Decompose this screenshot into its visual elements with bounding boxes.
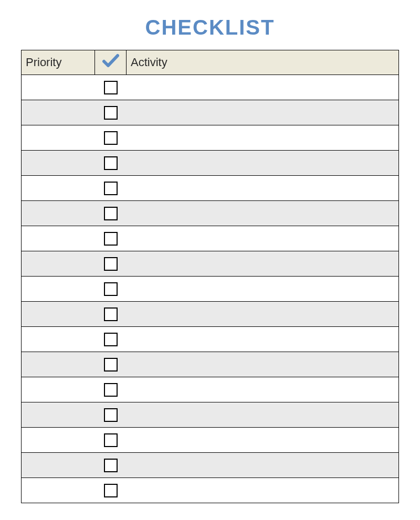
priority-cell[interactable] (22, 352, 95, 377)
table-row (22, 226, 399, 251)
priority-cell[interactable] (22, 251, 95, 277)
priority-cell[interactable] (22, 428, 95, 453)
activity-cell[interactable] (127, 176, 399, 201)
checkbox[interactable] (104, 383, 118, 397)
check-cell (95, 75, 127, 100)
table-row (22, 277, 399, 302)
priority-cell[interactable] (22, 277, 95, 302)
checkbox[interactable] (104, 333, 118, 346)
table-row (22, 327, 399, 352)
table-row (22, 402, 399, 428)
activity-cell[interactable] (127, 75, 399, 100)
table-row (22, 302, 399, 327)
header-check (95, 50, 127, 75)
header-priority: Priority (22, 50, 95, 75)
table-row (22, 151, 399, 176)
activity-cell[interactable] (127, 453, 399, 478)
check-cell (95, 201, 127, 226)
table-row (22, 251, 399, 277)
checklist-table: Priority Activity (21, 50, 399, 503)
activity-cell[interactable] (127, 125, 399, 151)
check-cell (95, 125, 127, 151)
priority-cell[interactable] (22, 478, 95, 503)
activity-cell[interactable] (127, 226, 399, 251)
table-row (22, 201, 399, 226)
checkbox[interactable] (104, 459, 118, 472)
activity-cell[interactable] (127, 151, 399, 176)
activity-cell[interactable] (127, 201, 399, 226)
checkbox[interactable] (104, 106, 118, 120)
check-cell (95, 377, 127, 402)
activity-cell[interactable] (127, 302, 399, 327)
table-row (22, 176, 399, 201)
priority-cell[interactable] (22, 327, 95, 352)
checkbox[interactable] (104, 232, 118, 246)
priority-cell[interactable] (22, 453, 95, 478)
checkbox[interactable] (104, 358, 118, 372)
checkbox[interactable] (104, 433, 118, 447)
check-cell (95, 402, 127, 428)
checkbox[interactable] (104, 282, 118, 296)
check-cell (95, 176, 127, 201)
checkbox[interactable] (104, 307, 118, 321)
checkbox[interactable] (104, 257, 118, 271)
activity-cell[interactable] (127, 327, 399, 352)
check-cell (95, 352, 127, 377)
activity-cell[interactable] (127, 100, 399, 125)
checkbox[interactable] (104, 131, 118, 145)
activity-cell[interactable] (127, 352, 399, 377)
table-row (22, 352, 399, 377)
activity-cell[interactable] (127, 402, 399, 428)
table-row (22, 125, 399, 151)
checkbox[interactable] (104, 182, 118, 195)
priority-cell[interactable] (22, 75, 95, 100)
check-cell (95, 478, 127, 503)
priority-cell[interactable] (22, 125, 95, 151)
check-cell (95, 251, 127, 277)
priority-cell[interactable] (22, 201, 95, 226)
table-header-row: Priority Activity (22, 50, 399, 75)
check-cell (95, 327, 127, 352)
checkbox[interactable] (104, 156, 118, 170)
priority-cell[interactable] (22, 151, 95, 176)
check-cell (95, 428, 127, 453)
priority-cell[interactable] (22, 226, 95, 251)
activity-cell[interactable] (127, 251, 399, 277)
checkbox[interactable] (104, 408, 118, 422)
table-row (22, 377, 399, 402)
checkbox[interactable] (104, 484, 118, 497)
checkbox[interactable] (104, 207, 118, 220)
activity-cell[interactable] (127, 377, 399, 402)
activity-cell[interactable] (127, 277, 399, 302)
table-row (22, 478, 399, 503)
table-row (22, 453, 399, 478)
table-row (22, 428, 399, 453)
page-title: CHECKLIST (21, 16, 399, 39)
check-cell (95, 226, 127, 251)
table-row (22, 100, 399, 125)
table-row (22, 75, 399, 100)
check-cell (95, 302, 127, 327)
priority-cell[interactable] (22, 302, 95, 327)
header-activity: Activity (127, 50, 399, 75)
checkmark-icon (102, 54, 119, 71)
check-cell (95, 151, 127, 176)
priority-cell[interactable] (22, 402, 95, 428)
check-cell (95, 277, 127, 302)
activity-cell[interactable] (127, 428, 399, 453)
activity-cell[interactable] (127, 478, 399, 503)
check-cell (95, 453, 127, 478)
check-cell (95, 100, 127, 125)
checkbox[interactable] (104, 81, 118, 94)
priority-cell[interactable] (22, 377, 95, 402)
priority-cell[interactable] (22, 176, 95, 201)
priority-cell[interactable] (22, 100, 95, 125)
